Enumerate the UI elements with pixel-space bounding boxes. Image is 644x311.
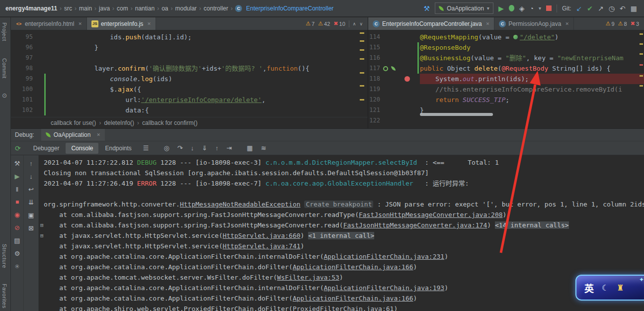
step-over-icon[interactable]: ↷ [177, 145, 183, 151]
next-highlight-icon[interactable]: ∨ [359, 21, 363, 26]
line-number[interactable]: 116 [368, 53, 380, 63]
clear-icon[interactable]: ⊠ [28, 225, 34, 231]
debug-tab-endpoints[interactable]: Endpoints [99, 143, 137, 154]
line-number[interactable]: 114 [368, 32, 380, 42]
error-stripe-mark[interactable] [360, 72, 364, 74]
line-number[interactable]: 97 [11, 53, 33, 63]
print-icon[interactable]: ▣ [28, 212, 34, 218]
folded-frames[interactable]: <1 internal call> [308, 232, 374, 239]
inspection-error-count[interactable]: ✖3 [631, 20, 639, 27]
gear-icon[interactable]: ⚙ [14, 250, 20, 257]
line-number[interactable]: 122 [368, 115, 380, 126]
breadcrumb-item[interactable]: modular [175, 5, 197, 12]
code-line[interactable]: 98 layer.confirm('确认删除数据为'+ids+'的数据吗? ',… [11, 63, 368, 74]
code-line[interactable]: 116@BussinessLog(value = "删除", key = "ne… [368, 53, 644, 63]
skin-icon[interactable]: ♜ [617, 283, 624, 293]
code-line[interactable]: 102 data:{ [11, 105, 368, 115]
code-line[interactable]: 122 [368, 115, 644, 126]
editor-body[interactable]: 95 ids.push(data[i].id);96 }9798 layer.c… [11, 30, 368, 117]
line-number[interactable]: 95 [11, 32, 33, 42]
coverage-button[interactable]: ◈ [519, 5, 525, 12]
line-number[interactable]: 99 [11, 74, 33, 84]
build-hammer-icon[interactable]: ⚒ [424, 5, 430, 12]
stack-trace-link[interactable]: HttpMessageNotReadableException [180, 201, 301, 208]
breadcrumb-item[interactable]: com [117, 5, 128, 12]
error-stripe-mark[interactable] [640, 43, 643, 45]
git-commit-icon[interactable]: ✔ [587, 5, 593, 12]
url-mapping-icon[interactable] [513, 35, 518, 39]
moon-icon[interactable]: ☾ [602, 283, 609, 293]
code-line[interactable]: 95 ids.push(data[i].id); [11, 32, 368, 42]
breadcrumb-item[interactable]: main [79, 5, 92, 12]
code-line[interactable]: 96 } [11, 42, 368, 53]
editor-tab[interactable]: JSenterpriseInfo.js✕ [87, 17, 156, 30]
line-number[interactable]: 117 [368, 63, 380, 74]
run-config-selector[interactable]: OaApplication ▾ [435, 2, 493, 14]
line-number[interactable]: 119 [368, 84, 380, 95]
close-tab-icon[interactable]: ✕ [565, 21, 569, 26]
code-line[interactable]: 121} [368, 105, 644, 115]
editor-tab[interactable]: <>enterpriseInfo.html✕ [11, 17, 87, 30]
error-stripe-mark[interactable] [360, 32, 364, 34]
toolwindow-favorites-button[interactable]: Favorites [1, 284, 7, 309]
history-icon[interactable]: ◷ [609, 5, 615, 12]
code-line[interactable]: 101 url:'/enterpriseInfoCompare/delete', [11, 95, 368, 105]
error-stripe-mark[interactable] [360, 58, 364, 60]
run-to-cursor-icon[interactable]: ⇥ [227, 145, 232, 151]
stop-icon[interactable]: ■ [15, 199, 19, 205]
line-number[interactable]: 100 [11, 84, 33, 95]
debug-tab-debugger[interactable]: Debugger [28, 143, 65, 154]
resume-icon[interactable]: ▶ [15, 173, 20, 180]
step-out-icon[interactable]: ↑ [215, 145, 219, 151]
breadcrumb-item[interactable]: src [64, 5, 72, 12]
line-number[interactable]: 120 [368, 95, 380, 105]
force-step-into-icon[interactable]: ⇓ [202, 145, 207, 151]
inspection-warning-count[interactable]: ⚠7 [306, 20, 315, 27]
code-line[interactable]: 100 $.ajax({ [11, 84, 368, 95]
stack-trace-link[interactable]: HttpServlet.java:741 [223, 242, 301, 250]
error-stripe-mark[interactable] [640, 85, 643, 87]
line-number[interactable]: 98 [11, 63, 33, 74]
debug-tab-console[interactable]: Console [66, 143, 98, 154]
inspection-error-count[interactable]: ✖10 [333, 20, 345, 27]
error-stripe-mark[interactable] [360, 99, 364, 101]
editor-breadcrumb-item[interactable]: callback for confirm() [142, 119, 197, 126]
prev-highlight-icon[interactable]: ∧ [353, 21, 356, 26]
softwrap-icon[interactable]: ↩ [28, 186, 34, 193]
pause-icon[interactable]: ‖ [16, 186, 18, 193]
breadcrumb-item[interactable]: oa [161, 5, 168, 12]
toolwindow-structure-button[interactable]: Structure [1, 244, 7, 268]
close-tab-icon[interactable]: ✕ [147, 21, 151, 26]
bean-marker-icon[interactable] [383, 66, 388, 71]
close-tab-icon[interactable]: ✕ [78, 21, 82, 26]
layout-settings-icon[interactable]: ☰ [143, 144, 149, 152]
code-line[interactable]: 97 [11, 53, 368, 63]
stack-trace-link[interactable]: HttpServlet.java:660 [223, 232, 301, 239]
line-number[interactable]: 96 [11, 42, 33, 53]
stack-trace-link[interactable]: ApplicationFilterChain.java:193 [324, 284, 445, 292]
line-number[interactable]: 118 [368, 74, 380, 84]
grid-view-icon[interactable]: ▦ [247, 145, 253, 151]
horizontal-scrollbar[interactable] [420, 113, 493, 116]
stack-trace-link[interactable]: ApplicationFilterChain.java:231 [324, 253, 445, 260]
layout-icon[interactable]: ▦ [631, 5, 637, 12]
rerun-button[interactable]: ⟳ [15, 144, 21, 152]
debug-session-tab[interactable]: OaApplication ✕ [41, 129, 105, 141]
editor-tab[interactable]: CPermissionAop.java✕ [494, 17, 574, 30]
commit-node-icon[interactable]: ⊙ [2, 92, 7, 99]
git-push-icon[interactable]: ↗ [598, 5, 604, 12]
breadcrumb-item[interactable]: energy4manage11 [5, 5, 57, 12]
code-line[interactable]: 120 return SUCCESS_TIP; [368, 95, 644, 105]
line-number[interactable]: 101 [11, 95, 33, 105]
down-icon[interactable]: ↓ [29, 173, 33, 180]
code-line[interactable]: 118 System.out.println(ids); [368, 74, 644, 84]
code-line[interactable]: 114@RequestMapping(value = "/delete") [368, 32, 644, 42]
error-stripe-mark[interactable] [640, 53, 643, 55]
stack-trace-link[interactable]: ApplicationFilterChain.java:166 [293, 295, 413, 302]
ime-language-indicator[interactable]: 英 [584, 281, 594, 295]
error-stripe-mark[interactable] [360, 85, 364, 87]
stop-button[interactable] [546, 5, 552, 11]
breadcrumb-item[interactable]: nantian [135, 5, 155, 12]
error-stripe-mark[interactable] [360, 40, 364, 42]
editor-breadcrumb-item[interactable]: deleteInfo() [104, 119, 134, 126]
